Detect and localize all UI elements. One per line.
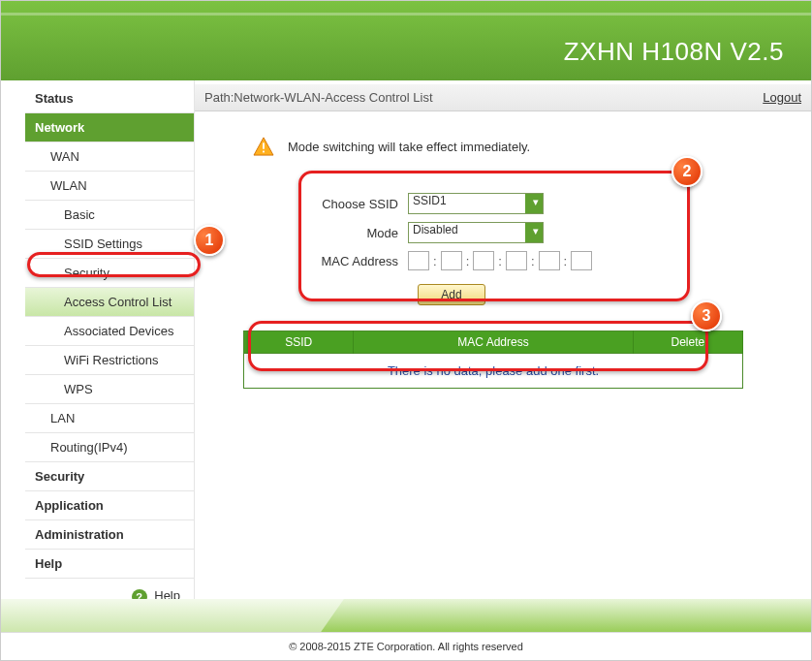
choose-ssid-select[interactable]: SSID1 xyxy=(408,193,544,214)
header-stripe xyxy=(1,13,811,16)
footer-stripe xyxy=(1,599,811,632)
mac-octet-6[interactable] xyxy=(571,251,592,270)
sidebar-item-associated-devices[interactable]: Associated Devices xyxy=(25,317,194,346)
sidebar-item-administration[interactable]: Administration xyxy=(25,520,194,550)
breadcrumb: Path:Network-WLAN-Access Control List xyxy=(204,90,433,105)
sidebar-item-application[interactable]: Application xyxy=(25,491,194,520)
mac-octet-3[interactable] xyxy=(473,251,494,270)
acl-table: SSID MAC Address Delete There is no data… xyxy=(243,330,743,389)
mode-label: Mode xyxy=(292,226,408,240)
footer: © 2008-2015 ZTE Corporation. All rights … xyxy=(1,599,811,660)
mac-octet-4[interactable] xyxy=(506,251,527,270)
sidebar-item-security-top[interactable]: Security xyxy=(25,462,194,491)
add-button[interactable]: Add xyxy=(418,284,485,305)
mode-select[interactable]: Disabled xyxy=(408,222,544,243)
sidebar-item-acl[interactable]: Access Control List xyxy=(25,288,194,317)
mac-address-label: MAC Address xyxy=(292,254,408,268)
warning-icon xyxy=(253,137,274,156)
notice-text: Mode switching will take effect immediat… xyxy=(288,140,530,154)
sidebar-item-wps[interactable]: WPS xyxy=(25,375,194,404)
mac-octet-2[interactable] xyxy=(441,251,462,270)
content: Path:Network-WLAN-Access Control List Lo… xyxy=(195,80,811,615)
sidebar-item-help[interactable]: Help xyxy=(25,550,194,579)
sidebar-item-network[interactable]: Network xyxy=(25,113,194,142)
breadcrumb-bar: Path:Network-WLAN-Access Control List Lo… xyxy=(195,84,811,111)
svg-rect-0 xyxy=(263,142,265,148)
svg-rect-1 xyxy=(263,151,265,153)
col-ssid: SSID xyxy=(244,331,354,354)
logout-link[interactable]: Logout xyxy=(763,90,801,105)
sidebar: Status Network WAN WLAN Basic SSID Setti… xyxy=(25,80,195,615)
header: ZXHN H108N V2.5 xyxy=(1,1,811,80)
col-mac: MAC Address xyxy=(354,331,633,354)
device-title: ZXHN H108N V2.5 xyxy=(564,37,784,67)
sidebar-item-routing[interactable]: Routing(IPv4) xyxy=(25,433,194,462)
notice: Mode switching will take effect immediat… xyxy=(253,137,811,156)
sidebar-item-security[interactable]: Security xyxy=(25,259,194,288)
empty-row: There is no data, please add one first. xyxy=(244,354,743,389)
sidebar-item-ssid-settings[interactable]: SSID Settings xyxy=(25,230,194,259)
copyright: © 2008-2015 ZTE Corporation. All rights … xyxy=(1,632,811,660)
sidebar-item-status[interactable]: Status xyxy=(25,84,194,113)
col-delete: Delete xyxy=(633,331,742,354)
acl-form: Choose SSID SSID1 Mode Disabled MAC Addr… xyxy=(263,175,743,319)
sidebar-item-wlan[interactable]: WLAN xyxy=(25,172,194,201)
sidebar-item-wifi-restrictions[interactable]: WiFi Restrictions xyxy=(25,346,194,375)
sidebar-item-lan[interactable]: LAN xyxy=(25,404,194,433)
sidebar-item-wan[interactable]: WAN xyxy=(25,142,194,172)
mac-address-input: : : : : : xyxy=(408,251,592,270)
sidebar-item-basic[interactable]: Basic xyxy=(25,201,194,230)
mac-octet-5[interactable] xyxy=(539,251,560,270)
choose-ssid-label: Choose SSID xyxy=(292,197,408,211)
acl-table-box: SSID MAC Address Delete There is no data… xyxy=(243,330,743,389)
mac-octet-1[interactable] xyxy=(408,251,429,270)
